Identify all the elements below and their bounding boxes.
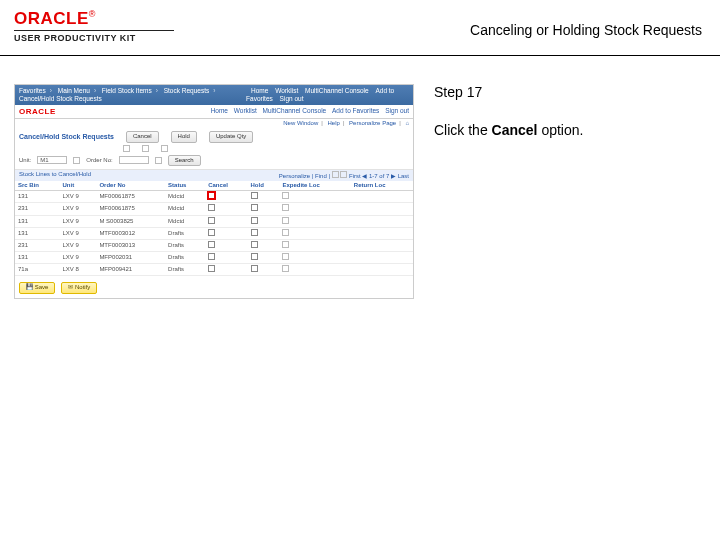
- table-cell: LXV 8: [60, 264, 97, 276]
- instr-bold: Cancel: [492, 122, 538, 138]
- expedite-cell: [279, 227, 350, 239]
- save-button[interactable]: 💾 Save: [19, 282, 55, 293]
- return-cell: [351, 215, 413, 227]
- mast-link[interactable]: Worklist: [234, 107, 257, 114]
- lookup-icon[interactable]: [161, 145, 168, 152]
- stock-lines-table: Src Bin Unit Order No Status Cancel Hold…: [15, 181, 413, 277]
- col-hold[interactable]: Hold: [248, 181, 280, 191]
- lookup-icon[interactable]: [282, 253, 289, 260]
- table-cell: Drafts: [165, 239, 205, 251]
- table-cell: LXV 9: [60, 191, 97, 203]
- screenshot-column: Favorites› Main Menu› Field Stock Items›…: [14, 84, 414, 299]
- hold-button[interactable]: Hold: [171, 131, 197, 142]
- view-all-icon[interactable]: [332, 171, 339, 178]
- util-http-icon[interactable]: ⌂: [405, 120, 409, 126]
- lookup-icon[interactable]: [282, 192, 289, 199]
- table-cell: Mdctd: [165, 191, 205, 203]
- col-unit[interactable]: Unit: [60, 181, 97, 191]
- table-cell: MTF0003013: [96, 239, 165, 251]
- hold-checkbox[interactable]: [251, 265, 258, 272]
- lookup-icon[interactable]: [142, 145, 149, 152]
- update-qty-button[interactable]: Update Qty: [209, 131, 253, 142]
- return-cell: [351, 264, 413, 276]
- table-cell: LXV 9: [60, 227, 97, 239]
- body-row: Favorites› Main Menu› Field Stock Items›…: [0, 56, 720, 299]
- instruction-line: Click the Cancel option.: [434, 122, 706, 138]
- table-cell: MFP002031: [96, 252, 165, 264]
- lookup-icon[interactable]: [282, 204, 289, 211]
- hold-checkbox[interactable]: [251, 241, 258, 248]
- table-cell: LXV 9: [60, 252, 97, 264]
- hold-cell: [248, 264, 280, 276]
- col-expedite[interactable]: Expedite Loc: [279, 181, 350, 191]
- expedite-cell: [279, 191, 350, 203]
- hold-cell: [248, 252, 280, 264]
- instr-pre: Click the: [434, 122, 492, 138]
- download-icon[interactable]: [340, 171, 347, 178]
- cancel-checkbox[interactable]: [208, 217, 215, 224]
- grid-header-title: Stock Lines to Cancel/Hold: [19, 171, 91, 180]
- instr-post: option.: [538, 122, 584, 138]
- table-cell: Drafts: [165, 252, 205, 264]
- oracle-logo: ORACLE®: [14, 10, 174, 27]
- lookup-icon[interactable]: [282, 217, 289, 224]
- cancel-checkbox[interactable]: [208, 253, 215, 260]
- nav-link-worklist[interactable]: Worklist: [275, 87, 298, 94]
- mast-link[interactable]: MultiChannel Console: [263, 107, 327, 114]
- masthead: ORACLE Home Worklist MultiChannel Consol…: [15, 105, 413, 120]
- nav-link-signout[interactable]: Sign out: [280, 95, 304, 102]
- hold-checkbox[interactable]: [251, 204, 258, 211]
- hold-checkbox[interactable]: [251, 229, 258, 236]
- cancel-checkbox[interactable]: [208, 192, 215, 199]
- col-status[interactable]: Status: [165, 181, 205, 191]
- crumb-item[interactable]: Stock Requests: [164, 87, 210, 94]
- col-return[interactable]: Return Loc: [351, 181, 413, 191]
- util-help[interactable]: Help: [328, 120, 340, 126]
- nav-link-home[interactable]: Home: [251, 87, 268, 94]
- lookup-icon[interactable]: [282, 241, 289, 248]
- cancel-checkbox[interactable]: [208, 204, 215, 211]
- util-personalize[interactable]: Personalize Page: [349, 120, 396, 126]
- table-cell: MTF0003012: [96, 227, 165, 239]
- table-cell: 231: [15, 203, 60, 215]
- cancel-checkbox[interactable]: [208, 265, 215, 272]
- cancel-checkbox[interactable]: [208, 241, 215, 248]
- mast-link[interactable]: Home: [211, 107, 228, 114]
- return-cell: [351, 252, 413, 264]
- hold-checkbox[interactable]: [251, 217, 258, 224]
- app-screenshot: Favorites› Main Menu› Field Stock Items›…: [14, 84, 414, 299]
- cancel-cell: [205, 252, 247, 264]
- table-row: 131LXV 9MF00061875Mdctd: [15, 191, 413, 203]
- mast-oracle-logo: ORACLE: [19, 107, 56, 117]
- lookup-icon[interactable]: [73, 157, 80, 164]
- return-cell: [351, 191, 413, 203]
- search-button[interactable]: Search: [168, 155, 201, 166]
- unit-field[interactable]: M1: [37, 156, 67, 164]
- crumb-item[interactable]: Cancel/Hold Stock Requests: [19, 95, 102, 102]
- notify-button[interactable]: ✉ Notify: [61, 282, 97, 293]
- hold-checkbox[interactable]: [251, 253, 258, 260]
- crumb-item[interactable]: Field Stock Items: [102, 87, 152, 94]
- order-field[interactable]: [119, 156, 149, 164]
- col-cancel[interactable]: Cancel: [205, 181, 247, 191]
- mast-link[interactable]: Add to Favorites: [332, 107, 379, 114]
- lookup-icon[interactable]: [123, 145, 130, 152]
- cancel-button[interactable]: Cancel: [126, 131, 159, 142]
- mast-link[interactable]: Sign out: [385, 107, 409, 114]
- crumb-item[interactable]: Favorites: [19, 87, 46, 94]
- crumb-item[interactable]: Main Menu: [58, 87, 90, 94]
- util-new-window[interactable]: New Window: [283, 120, 318, 126]
- col-srcbin[interactable]: Src Bin: [15, 181, 60, 191]
- lookup-icon[interactable]: [282, 265, 289, 272]
- grid-pager[interactable]: First ◀ 1-7 of 7 ▶ Last: [349, 173, 409, 179]
- form-footer: 💾 Save ✉ Notify: [15, 278, 413, 297]
- cancel-checkbox[interactable]: [208, 229, 215, 236]
- hold-checkbox[interactable]: [251, 192, 258, 199]
- col-orderno[interactable]: Order No: [96, 181, 165, 191]
- oracle-logo-text: ORACLE: [14, 9, 89, 28]
- lookup-icon[interactable]: [282, 229, 289, 236]
- lookup-icon[interactable]: [155, 157, 162, 164]
- nav-link-console[interactable]: MultiChannel Console: [305, 87, 369, 94]
- breadcrumb: Favorites› Main Menu› Field Stock Items›…: [19, 87, 246, 103]
- grid-tools-links[interactable]: Personalize | Find |: [279, 173, 330, 179]
